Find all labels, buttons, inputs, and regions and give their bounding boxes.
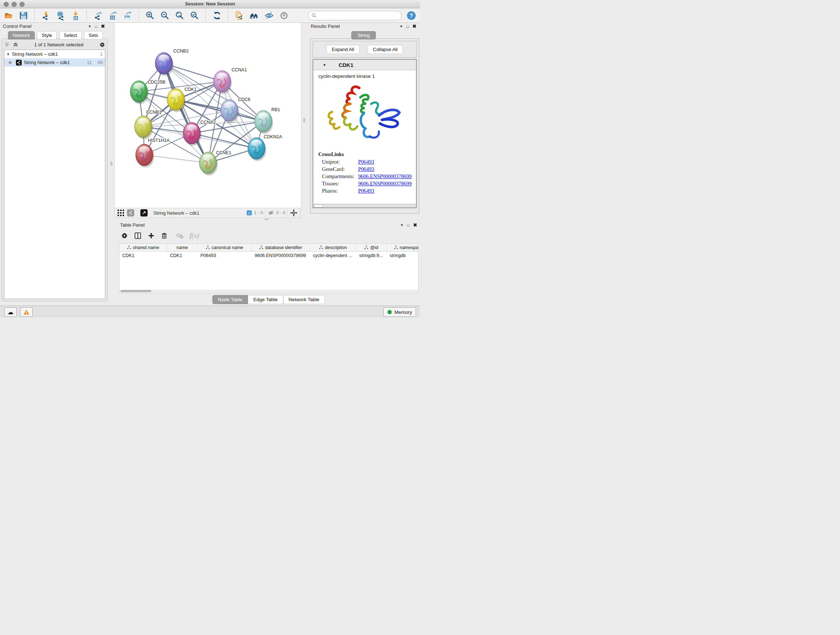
delete-column-icon[interactable] [161, 232, 168, 239]
memory-button[interactable]: Memory [384, 307, 416, 317]
column-header[interactable]: database identifier [252, 244, 310, 251]
cell-id[interactable]: stringdb:9... [356, 252, 387, 259]
tissues-link[interactable]: 9606.ENSP00000378699 [358, 181, 412, 187]
tab-network[interactable]: Network [8, 31, 35, 40]
genecard-link[interactable]: P06493 [358, 166, 374, 172]
panel-float-icon[interactable]: □ [406, 24, 409, 29]
cell-database-identifier[interactable]: 9606.ENSP00000378699 [252, 252, 310, 259]
tab-select[interactable]: Select [59, 31, 82, 40]
pharos-link[interactable]: P06493 [358, 188, 374, 194]
table-gear-icon[interactable] [121, 232, 128, 239]
network-node[interactable] [199, 152, 218, 176]
panel-collapse-icon[interactable]: ▼ [401, 223, 404, 227]
import-network-file-icon[interactable] [41, 11, 51, 21]
cell-description[interactable]: cyclin-dependent ... [310, 252, 356, 259]
zoom-out-icon[interactable] [160, 11, 170, 21]
create-column-icon[interactable] [148, 232, 155, 239]
column-header[interactable]: canonical name [197, 244, 252, 251]
network-canvas[interactable]: CCNB2CCNA1CDC25BCDK1CDC6RB1CCNB1CCNA2CDK… [114, 23, 302, 208]
compartments-link[interactable]: 9606.ENSP00000378699 [358, 173, 412, 180]
import-table-icon[interactable] [71, 11, 81, 21]
expand-all-button[interactable]: Expand All [326, 45, 359, 54]
export-image-icon[interactable] [123, 11, 133, 21]
fit-content-crosshair-icon[interactable] [290, 209, 297, 217]
expand-all-icon[interactable] [13, 42, 19, 48]
network-node[interactable] [255, 111, 273, 134]
open-session-icon[interactable] [4, 11, 14, 21]
traffic-lights[interactable] [4, 2, 25, 7]
export-network-icon[interactable] [93, 11, 103, 21]
zoom-selected-icon[interactable] [189, 11, 200, 21]
tab-edge-table[interactable]: Edge Table [248, 295, 283, 304]
collapse-all-button[interactable]: Collapse All [368, 45, 403, 54]
cell-name[interactable]: CDK1 [167, 252, 197, 259]
column-header[interactable]: namespace [387, 244, 418, 251]
close-window-button[interactable] [4, 2, 9, 7]
network-node[interactable] [134, 116, 153, 139]
network-node[interactable] [155, 52, 174, 76]
tab-node-table[interactable]: Node Table [212, 295, 248, 304]
search-box[interactable] [308, 11, 401, 20]
zoom-fit-icon[interactable] [175, 11, 185, 21]
tab-style[interactable]: Style [37, 31, 57, 40]
zoom-in-icon[interactable] [145, 11, 155, 21]
network-birdseye-icon[interactable] [127, 209, 134, 217]
detach-view-icon[interactable] [141, 209, 148, 217]
save-session-icon[interactable] [19, 11, 28, 21]
network-row[interactable]: String Network – cdk1 11 48 [4, 58, 105, 67]
uniprot-link[interactable]: P06493 [358, 159, 374, 165]
network-node[interactable] [221, 100, 239, 123]
network-node[interactable] [183, 122, 202, 146]
show-all-icon[interactable] [279, 11, 289, 21]
panel-collapse-icon[interactable]: ▼ [88, 25, 92, 28]
splitter-handle[interactable] [111, 162, 112, 166]
panel-float-icon[interactable]: □ [95, 24, 97, 29]
cell-namespace[interactable]: stringdb [387, 252, 418, 259]
column-header[interactable]: name [167, 244, 197, 251]
help-icon[interactable]: ? [406, 11, 416, 21]
table-horizontal-scrollbar[interactable] [119, 290, 418, 294]
panel-close-icon[interactable]: ✖ [412, 24, 416, 29]
network-row-label: String Network – cdk1 [24, 60, 70, 65]
network-node[interactable] [248, 138, 266, 161]
grid-view-icon[interactable] [118, 210, 124, 216]
cell-shared-name[interactable]: CDK1 [119, 252, 167, 259]
tab-string[interactable]: String [351, 31, 376, 40]
network-node[interactable] [167, 89, 186, 112]
panel-float-icon[interactable]: □ [407, 223, 409, 227]
section-expander-icon[interactable]: ▼ [323, 63, 326, 67]
refresh-icon[interactable] [212, 11, 222, 21]
first-neighbors-icon[interactable] [249, 11, 259, 21]
export-table-icon[interactable] [108, 11, 118, 21]
hide-selected-icon[interactable] [264, 11, 274, 21]
column-header[interactable]: description [310, 244, 356, 251]
column-header[interactable]: shared name [119, 244, 167, 251]
import-network-database-icon[interactable] [56, 11, 66, 21]
selected-checkbox-icon[interactable]: ✓ [247, 211, 252, 215]
tree-expander-icon[interactable]: ▼ [6, 52, 10, 56]
network-node[interactable] [136, 144, 154, 168]
panel-close-icon[interactable]: ✖ [413, 222, 417, 228]
panel-collapse-icon[interactable]: ▼ [400, 25, 403, 28]
table-row[interactable]: CDK1 CDK1 P06493 9606.ENSP00000378699 cy… [119, 252, 418, 259]
splitter-handle[interactable] [303, 118, 305, 122]
cloud-status-button[interactable]: ☁ [4, 307, 17, 317]
collapse-all-icon[interactable] [4, 42, 10, 48]
panel-close-icon[interactable]: ✖ [101, 24, 105, 29]
minimize-window-button[interactable] [11, 2, 17, 7]
results-scrollbar[interactable] [313, 204, 416, 207]
zoom-window-button[interactable] [19, 2, 25, 7]
tab-network-table[interactable]: Network Table [283, 295, 325, 304]
network-collection-row[interactable]: ▼ String Network – cdk1 1 [4, 50, 105, 58]
show-columns-icon[interactable] [134, 232, 142, 240]
gear-icon[interactable] [99, 42, 105, 48]
tab-sets[interactable]: Sets [84, 31, 103, 40]
search-icon [311, 13, 317, 18]
network-status-dot [9, 61, 11, 64]
network-edge[interactable] [164, 63, 208, 163]
search-input[interactable] [319, 13, 398, 19]
column-header[interactable]: @id [356, 244, 387, 251]
clone-network-icon[interactable] [234, 11, 245, 21]
warning-status-button[interactable] [20, 307, 33, 317]
cell-canonical-name[interactable]: P06493 [197, 252, 252, 259]
